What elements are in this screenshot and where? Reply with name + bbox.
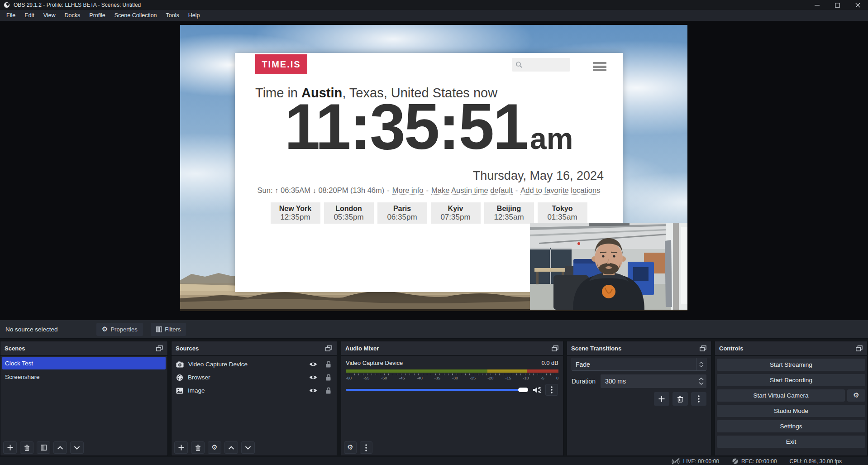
move-source-down-button[interactable]: [241, 441, 255, 454]
remove-scene-button[interactable]: [20, 441, 33, 454]
remove-transition-button[interactable]: [672, 392, 688, 406]
close-button[interactable]: [848, 0, 868, 10]
maximize-button[interactable]: [827, 0, 848, 10]
move-source-up-button[interactable]: [224, 441, 238, 454]
mixer-channel-name: Video Capture Device: [346, 360, 403, 366]
properties-button[interactable]: ⚙ Properties: [96, 323, 143, 336]
filter-icon: [156, 326, 162, 332]
timeis-search-box: [512, 58, 570, 72]
transitions-header[interactable]: Scene Transitions: [567, 341, 711, 356]
start-streaming-button[interactable]: Start Streaming: [717, 359, 865, 371]
image-icon: [176, 388, 183, 394]
gear-icon: ⚙: [853, 392, 859, 399]
popout-icon[interactable]: [855, 345, 863, 352]
source-properties-button[interactable]: ⚙: [208, 441, 221, 454]
speaker-icon[interactable]: [533, 387, 541, 393]
virtual-camera-config-button[interactable]: ⚙: [847, 389, 865, 402]
sources-header[interactable]: Sources: [172, 341, 337, 356]
timeis-link-make-default: Make Austin time default: [431, 186, 513, 195]
move-scene-up-button[interactable]: [53, 441, 67, 454]
preview-area: TIME.IS Time in Austin, Texas, United St…: [0, 21, 868, 320]
menu-tools[interactable]: Tools: [162, 10, 184, 21]
rec-status: REC: 00:00:00: [732, 458, 777, 465]
menu-edit[interactable]: Edit: [20, 10, 39, 21]
hamburger-menu-icon: [592, 61, 607, 72]
preview-canvas[interactable]: TIME.IS Time in Austin, Texas, United St…: [180, 25, 687, 311]
city-london: London05:35pm: [324, 202, 374, 224]
menu-file[interactable]: File: [2, 10, 20, 21]
add-transition-button[interactable]: [654, 392, 669, 406]
unlock-icon[interactable]: [325, 361, 331, 368]
studio-mode-button[interactable]: Studio Mode: [717, 405, 865, 417]
gear-icon: ⚙: [347, 444, 353, 451]
city-beijing: Beijing12:35am: [484, 202, 534, 224]
scene-item-clock-test[interactable]: Clock Test: [2, 357, 166, 369]
popout-icon[interactable]: [155, 345, 163, 352]
sources-toolbar: ⚙: [174, 441, 255, 454]
menu-profile[interactable]: Profile: [85, 10, 110, 21]
audio-mixer-header[interactable]: Audio Mixer: [341, 341, 563, 356]
city-tokyo: Tokyo01:35am: [538, 202, 587, 224]
remove-source-button[interactable]: [191, 441, 205, 454]
popout-icon[interactable]: [324, 345, 333, 352]
popout-icon[interactable]: [551, 345, 559, 352]
menu-view[interactable]: View: [39, 10, 60, 21]
settings-button[interactable]: Settings: [717, 420, 865, 432]
meter-tickmarks: [346, 374, 558, 375]
add-scene-button[interactable]: [3, 441, 17, 454]
obs-window: OBS 29.1.2 - Profile: LLHLS BETA - Scene…: [0, 0, 868, 465]
mixer-options-kebab[interactable]: [545, 384, 558, 396]
scene-transitions-panel: Scene Transitions Fade Duration 300 ms: [567, 341, 711, 456]
obs-logo-icon: [4, 2, 10, 8]
eye-visible-icon[interactable]: [309, 362, 317, 367]
scene-item-screenshare[interactable]: Screenshare: [0, 370, 167, 383]
cpu-fps-status: CPU: 0.6%, 30.00 fps: [790, 458, 842, 465]
audio-mixer-panel: Audio Mixer Video Capture Device 0.0 dB …: [341, 341, 563, 456]
globe-icon: [176, 374, 183, 381]
volume-slider-handle[interactable]: [518, 388, 528, 392]
popout-icon[interactable]: [699, 345, 707, 352]
gear-icon: ⚙: [211, 444, 217, 451]
scenes-panel: Scenes Clock Test Screenshare: [0, 341, 168, 456]
audio-kebab-button[interactable]: [360, 441, 372, 454]
source-item-video-capture[interactable]: Video Capture Device: [172, 358, 337, 371]
filters-button[interactable]: Filters: [151, 323, 186, 336]
controls-header[interactable]: Controls: [715, 341, 867, 356]
city-paris: Paris06:35pm: [377, 202, 427, 224]
menu-scene-collection[interactable]: Scene Collection: [110, 10, 162, 21]
scene-filters-button[interactable]: [37, 441, 50, 454]
menu-help[interactable]: Help: [184, 10, 205, 21]
volume-slider[interactable]: [346, 389, 528, 391]
add-source-button[interactable]: [174, 441, 188, 454]
transition-select[interactable]: Fade: [572, 358, 706, 371]
search-icon: [515, 61, 523, 68]
webcam-video-source[interactable]: [530, 223, 687, 310]
status-bar: LIVE: 00:00:00 REC: 00:00:00 CPU: 0.6%, …: [0, 457, 868, 465]
clock-time: 11:35:51: [285, 95, 528, 159]
duration-spinbox[interactable]: 300 ms: [601, 374, 706, 388]
menu-docks[interactable]: Docks: [60, 10, 85, 21]
unlock-icon[interactable]: [325, 387, 331, 394]
live-status: LIVE: 00:00:00: [671, 458, 719, 465]
transition-properties-kebab[interactable]: [691, 392, 706, 406]
start-recording-button[interactable]: Start Recording: [717, 374, 865, 386]
source-item-image[interactable]: Image: [172, 384, 337, 397]
title-bar: OBS 29.1.2 - Profile: LLHLS BETA - Scene…: [0, 0, 868, 10]
record-off-icon: [732, 458, 739, 465]
menu-bar: File Edit View Docks Profile Scene Colle…: [0, 10, 868, 21]
spinner-arrows[interactable]: [699, 374, 704, 388]
start-virtual-camera-button[interactable]: Start Virtual Camera: [717, 389, 845, 402]
timeis-world-clocks: New York12:35pm London05:35pm Paris06:35…: [235, 202, 623, 224]
exit-button[interactable]: Exit: [717, 436, 865, 448]
eye-visible-icon[interactable]: [309, 388, 317, 393]
minimize-button[interactable]: [807, 0, 827, 10]
eye-visible-icon[interactable]: [309, 375, 317, 380]
scenes-header[interactable]: Scenes: [0, 341, 167, 356]
timeis-clock: 11:35:51 am: [235, 95, 623, 159]
volume-meter: [346, 369, 558, 373]
unlock-icon[interactable]: [325, 374, 331, 381]
audio-toolbar: ⚙: [344, 441, 372, 454]
advanced-audio-button[interactable]: ⚙: [344, 441, 357, 454]
move-scene-down-button[interactable]: [70, 441, 84, 454]
source-item-browser[interactable]: Browser: [172, 371, 337, 384]
